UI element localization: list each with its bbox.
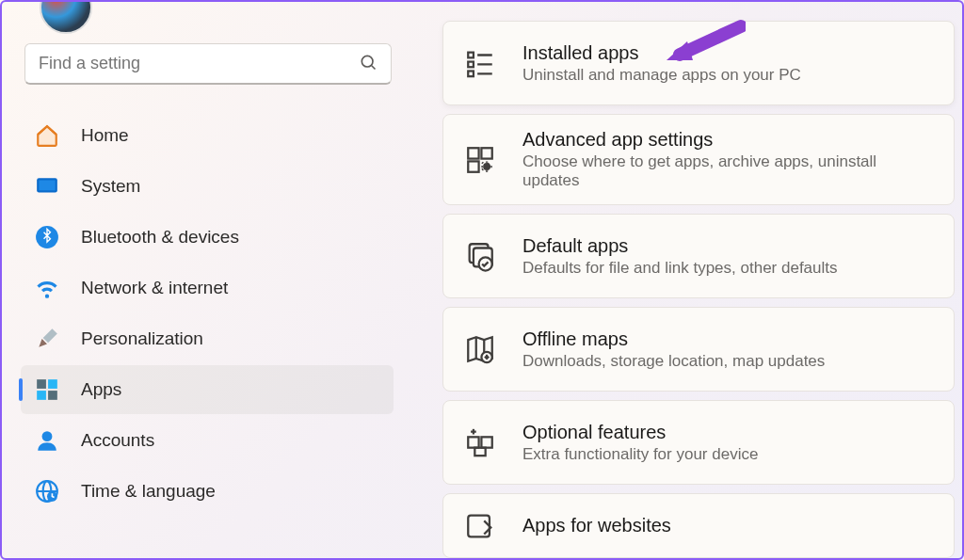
- sidebar-item-system[interactable]: System: [21, 162, 394, 211]
- card-title: Default apps: [522, 235, 838, 257]
- sidebar-item-time-language[interactable]: Time & language: [21, 467, 394, 516]
- search-input-container[interactable]: [24, 43, 392, 85]
- card-default-apps[interactable]: Default apps Defaults for file and link …: [442, 214, 955, 298]
- home-icon: [34, 122, 60, 149]
- svg-rect-22: [468, 161, 478, 171]
- sidebar-item-personalization[interactable]: Personalization: [21, 314, 394, 363]
- svg-rect-33: [468, 515, 490, 536]
- search-input[interactable]: [39, 54, 359, 73]
- sidebar-item-label: Time & language: [81, 481, 216, 502]
- optional-features-icon: [464, 426, 496, 458]
- card-advanced-app-settings[interactable]: Advanced app settings Choose where to ge…: [442, 114, 955, 205]
- svg-rect-29: [481, 437, 491, 447]
- time-language-icon: [34, 478, 60, 504]
- sidebar-item-apps[interactable]: Apps: [21, 365, 394, 414]
- card-title: Advanced app settings: [522, 129, 937, 151]
- svg-rect-15: [468, 62, 474, 68]
- sidebar-item-label: Home: [81, 125, 129, 146]
- apps-for-websites-icon: [464, 510, 496, 542]
- accounts-icon: [34, 427, 60, 454]
- offline-maps-icon: [464, 333, 496, 365]
- card-offline-maps[interactable]: Offline maps Downloads, storage location…: [442, 307, 955, 392]
- card-subtitle: Uninstall and manage apps on your PC: [522, 66, 801, 85]
- sidebar-item-label: Personalization: [81, 328, 203, 349]
- card-subtitle: Extra functionality for your device: [522, 445, 758, 464]
- personalization-icon: [34, 326, 60, 352]
- sidebar-item-label: Accounts: [81, 430, 154, 451]
- svg-point-9: [42, 431, 53, 441]
- sidebar-item-accounts[interactable]: Accounts: [21, 416, 394, 465]
- svg-rect-21: [481, 148, 491, 158]
- svg-line-1: [372, 65, 376, 69]
- card-apps-for-websites[interactable]: Apps for websites: [442, 493, 955, 558]
- sidebar-nav: Home System Bluetooth & devices Network …: [21, 111, 394, 516]
- svg-rect-14: [468, 53, 474, 58]
- card-optional-features[interactable]: Optional features Extra functionality fo…: [442, 400, 955, 485]
- advanced-settings-icon: [464, 144, 496, 176]
- apps-icon: [34, 376, 60, 403]
- sidebar-item-network[interactable]: Network & internet: [21, 264, 394, 312]
- svg-rect-5: [37, 379, 46, 389]
- card-installed-apps[interactable]: Installed apps Uninstall and manage apps…: [442, 21, 955, 105]
- sidebar-item-bluetooth[interactable]: Bluetooth & devices: [21, 213, 394, 262]
- card-subtitle: Defaults for file and link types, other …: [522, 259, 838, 278]
- svg-rect-7: [37, 391, 46, 400]
- sidebar-item-label: Bluetooth & devices: [81, 227, 239, 248]
- search-icon: [359, 53, 378, 75]
- default-apps-icon: [464, 240, 496, 272]
- system-icon: [34, 173, 60, 200]
- card-title: Installed apps: [522, 42, 801, 64]
- svg-rect-28: [468, 437, 478, 447]
- svg-rect-3: [39, 181, 55, 191]
- card-title: Optional features: [522, 422, 758, 443]
- card-title: Offline maps: [522, 328, 825, 350]
- bluetooth-icon: [34, 224, 60, 250]
- svg-rect-16: [468, 72, 474, 77]
- installed-apps-icon: [464, 47, 496, 79]
- user-avatar[interactable]: [40, 0, 92, 34]
- card-subtitle: Choose where to get apps, archive apps, …: [522, 152, 937, 190]
- sidebar-item-label: System: [81, 176, 140, 197]
- svg-point-0: [362, 56, 373, 67]
- wifi-icon: [34, 275, 60, 301]
- svg-rect-30: [474, 448, 485, 456]
- card-subtitle: Downloads, storage location, map updates: [522, 352, 825, 371]
- card-title: Apps for websites: [522, 515, 671, 536]
- svg-rect-20: [468, 148, 478, 158]
- svg-rect-8: [48, 391, 57, 400]
- sidebar-item-label: Network & internet: [81, 278, 228, 298]
- svg-rect-6: [48, 379, 57, 389]
- sidebar-item-home[interactable]: Home: [21, 111, 394, 160]
- sidebar-item-label: Apps: [81, 379, 121, 400]
